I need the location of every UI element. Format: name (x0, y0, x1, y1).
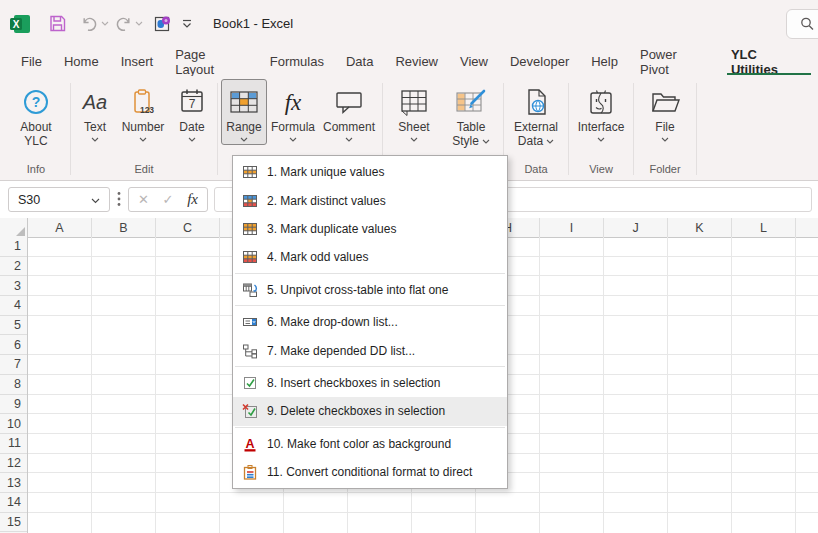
external-data-button[interactable]: External Data (507, 79, 565, 149)
save-icon[interactable] (48, 10, 67, 38)
column-header[interactable]: A (28, 218, 92, 237)
office-addin-icon[interactable] (153, 10, 172, 38)
table-style-button[interactable]: Table Style (442, 79, 500, 149)
row-header[interactable]: 11 (0, 434, 27, 454)
menu-item-mark-odd[interactable]: 4. Mark odd values (233, 243, 507, 271)
name-box[interactable]: S30 (8, 187, 110, 212)
chevron-down-icon (240, 137, 248, 144)
cancel-button[interactable]: ✕ (138, 192, 149, 207)
interface-button[interactable]: Interface (572, 79, 630, 145)
menu-item-mark-duplicate[interactable]: 3. Mark duplicate values (233, 215, 507, 243)
menu-item-unpivot[interactable]: 5. Unpivot cross-table into flat one (233, 276, 507, 304)
row-header[interactable]: 4 (0, 296, 27, 316)
column-header-partial[interactable] (796, 218, 818, 237)
svg-text:A: A (245, 437, 254, 451)
menu-item-insert-checkboxes[interactable]: 8. Insert checkboxes in selection (233, 369, 507, 397)
undo-dropdown-icon (101, 21, 109, 26)
ribbon-group-data: External Data Data (504, 79, 568, 180)
column-header[interactable]: C (156, 218, 220, 237)
number-123-icon: 123 (128, 84, 158, 120)
group-label-view: View (569, 162, 633, 180)
chevron-down-icon (410, 137, 418, 144)
chevron-down-icon (597, 137, 605, 144)
tab-formulas[interactable]: Formulas (259, 47, 335, 76)
tab-home[interactable]: Home (53, 47, 110, 76)
search-button[interactable] (786, 9, 818, 39)
text-aa-icon: Aa (78, 84, 112, 120)
row-header[interactable]: 8 (0, 375, 27, 395)
row-header[interactable]: 12 (0, 454, 27, 474)
mark-duplicate-grid-icon (241, 221, 259, 237)
undo-icon[interactable] (81, 10, 109, 38)
checkbox-delete-icon (241, 403, 259, 419)
row-header[interactable]: 15 (0, 513, 27, 533)
ribbon-group-edit: Aa Text 123 Number (71, 79, 217, 180)
row-header[interactable]: 6 (0, 335, 27, 355)
chevron-down-icon (546, 139, 554, 144)
tab-data[interactable]: Data (335, 47, 384, 76)
tab-view[interactable]: View (449, 47, 499, 76)
file-button[interactable]: File (637, 79, 693, 145)
conditional-format-icon (241, 464, 259, 480)
range-button[interactable]: Range (221, 79, 267, 145)
row-header[interactable]: 2 (0, 257, 27, 277)
row-header[interactable]: 9 (0, 395, 27, 415)
ribbon-tab-row: File Home Insert Page Layout Formulas Da… (0, 47, 818, 76)
column-header[interactable]: K (668, 218, 732, 237)
dropdown-list-icon (241, 314, 259, 330)
column-header[interactable]: L (732, 218, 796, 237)
font-color-icon: A (241, 436, 259, 452)
chevron-down-icon (289, 137, 297, 144)
select-all-triangle-icon (16, 227, 25, 236)
menu-separator (235, 305, 505, 306)
excel-app-icon: X (10, 10, 32, 38)
select-all-corner[interactable] (0, 218, 28, 237)
comment-button[interactable]: Comment (319, 79, 379, 145)
column-header[interactable]: J (604, 218, 668, 237)
menu-item-mark-distinct[interactable]: 2. Mark distinct values (233, 186, 507, 214)
number-button[interactable]: 123 Number (116, 79, 170, 145)
row-header[interactable]: 1 (0, 237, 27, 257)
customize-quick-access-icon[interactable] (181, 10, 193, 38)
sheet-button[interactable]: Sheet (386, 79, 442, 145)
about-ylc-button[interactable]: ? About YLC (5, 79, 67, 149)
menu-item-dropdown-list[interactable]: 6. Make drop-down list... (233, 308, 507, 336)
row-header[interactable]: 13 (0, 473, 27, 493)
tab-ylc-utilities[interactable]: YLC Utilities (720, 47, 818, 76)
menu-item-mark-unique[interactable]: 1. Mark unique values (233, 158, 507, 186)
formula-button[interactable]: fx Formula (267, 79, 319, 145)
column-header[interactable]: B (92, 218, 156, 237)
search-icon (799, 16, 815, 32)
menu-item-font-color-background[interactable]: A 10. Make font color as background (233, 430, 507, 458)
group-separator (696, 83, 697, 175)
tab-help[interactable]: Help (580, 47, 629, 76)
tab-review[interactable]: Review (384, 47, 449, 76)
menu-item-convert-conditional-format[interactable]: 11. Convert conditional format to direct (233, 458, 507, 486)
insert-function-button[interactable]: fx (187, 191, 198, 208)
redo-icon[interactable] (115, 10, 143, 38)
mark-odd-grid-icon (241, 249, 259, 265)
tab-developer[interactable]: Developer (499, 47, 580, 76)
row-header[interactable]: 3 (0, 276, 27, 296)
enter-button[interactable]: ✓ (163, 192, 174, 207)
row-header[interactable]: 10 (0, 414, 27, 434)
document-globe-icon (521, 84, 551, 120)
row-header[interactable]: 14 (0, 493, 27, 513)
group-label-info: Info (2, 162, 70, 180)
svg-text:Aa: Aa (82, 91, 107, 113)
date-button[interactable]: 7 Date (170, 79, 214, 145)
tab-insert[interactable]: Insert (110, 47, 165, 76)
chevron-down-icon[interactable] (91, 193, 100, 207)
tab-page-layout[interactable]: Page Layout (164, 47, 259, 76)
tab-power-pivot[interactable]: Power Pivot (629, 47, 720, 76)
row-header[interactable]: 7 (0, 355, 27, 375)
row-header[interactable]: 5 (0, 316, 27, 336)
column-header[interactable]: I (540, 218, 604, 237)
group-label-data: Data (504, 162, 568, 180)
table-style-pencil-icon (454, 84, 488, 120)
folder-icon (649, 84, 681, 120)
menu-item-delete-checkboxes[interactable]: 9. Delete checkboxes in selection (233, 397, 507, 425)
tab-file[interactable]: File (10, 47, 53, 76)
text-button[interactable]: Aa Text (74, 79, 116, 145)
menu-item-dependent-dropdown[interactable]: 7. Make depended DD list... (233, 336, 507, 364)
